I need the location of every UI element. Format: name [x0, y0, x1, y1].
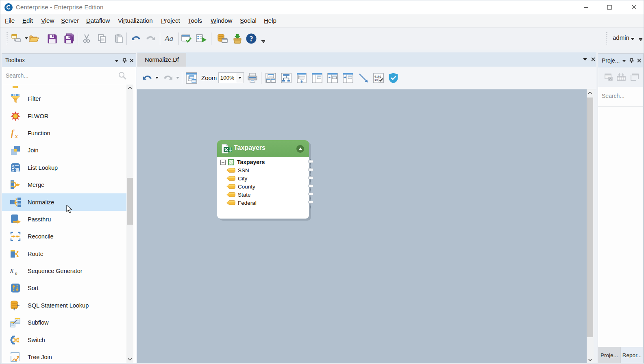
- tree-field-row[interactable]: Federal: [217, 199, 257, 207]
- toolbox-item-list-lookup[interactable]: List Lookup: [2, 159, 127, 176]
- taxpayers-node[interactable]: Taxpayers Taxpayers SSN City: [217, 140, 309, 219]
- toolbox-item-passthru[interactable]: Passthru: [2, 211, 127, 228]
- canvas-scrollbar-thumb[interactable]: [587, 98, 593, 337]
- menu-tools[interactable]: Tools: [188, 17, 202, 24]
- menu-help[interactable]: Help: [264, 17, 276, 24]
- tab-normalize-df[interactable]: Normalize.Df: [137, 53, 186, 67]
- close-project-button[interactable]: [604, 72, 614, 82]
- menu-view[interactable]: View: [41, 17, 54, 24]
- open-button[interactable]: [28, 33, 40, 44]
- toolbox-item-function[interactable]: f x Function: [2, 125, 127, 142]
- toolbox-scrollbar-thumb[interactable]: [127, 178, 133, 225]
- tree-field-row[interactable]: SSN: [217, 166, 249, 174]
- toolbox-scroll-down-icon[interactable]: [126, 356, 133, 363]
- toolbox-item-sequence-generator[interactable]: x n Sequence Generator: [2, 262, 127, 280]
- toolbox-scroll-up-icon[interactable]: [126, 84, 133, 91]
- preview-data-button[interactable]: 0101 10: [372, 72, 385, 84]
- zoom-value-field[interactable]: 100%: [218, 72, 236, 83]
- tab-list-caret-icon[interactable]: [582, 56, 588, 63]
- output-port[interactable]: [308, 201, 313, 204]
- dataflow-canvas[interactable]: Taxpayers Taxpayers SSN City: [137, 89, 587, 363]
- show-ports-button[interactable]: [311, 72, 324, 84]
- admin-toolbar-grip[interactable]: [606, 32, 608, 45]
- align-in-button[interactable]: [326, 72, 339, 84]
- node-collapse-button[interactable]: [296, 145, 304, 153]
- expand-collapse-button[interactable]: [295, 72, 308, 84]
- output-port[interactable]: [308, 160, 313, 163]
- toolbox-item-switch[interactable]: Switch: [2, 331, 127, 348]
- font-button[interactable]: Aa: [164, 33, 176, 44]
- tree-root-row[interactable]: Taxpayers: [217, 158, 265, 166]
- paste-button[interactable]: [113, 33, 125, 44]
- tree-field-row[interactable]: State: [217, 191, 251, 199]
- help-button[interactable]: ?: [245, 33, 257, 44]
- toolbox-scrollbar[interactable]: [126, 84, 133, 363]
- menu-window[interactable]: Window: [211, 17, 232, 24]
- redo-button[interactable]: [144, 33, 157, 44]
- copy-button[interactable]: [96, 33, 108, 44]
- menu-virtualization[interactable]: Virtualization: [118, 17, 153, 24]
- output-port[interactable]: [308, 193, 313, 195]
- new-window-button[interactable]: [630, 72, 640, 82]
- toolbox-item-merge[interactable]: Merge: [2, 176, 127, 193]
- toolbox-item-normalize[interactable]: Normalize: [2, 193, 127, 210]
- menu-file[interactable]: File: [5, 17, 15, 24]
- toolbox-item-tree-join[interactable]: Tree Join: [2, 349, 127, 363]
- tree-field-row[interactable]: County: [217, 182, 255, 191]
- menu-server[interactable]: Server: [61, 17, 79, 24]
- project-search-input[interactable]: [602, 93, 638, 99]
- toolbar-grip[interactable]: [6, 32, 8, 45]
- toolbox-item-route[interactable]: Route: [2, 245, 127, 262]
- bottom-tab-report[interactable]: Repor...: [621, 347, 643, 363]
- taxpayers-node-header[interactable]: Taxpayers: [217, 140, 309, 157]
- doc-redo-button[interactable]: [161, 72, 174, 84]
- validate-dataflow-button[interactable]: [180, 33, 192, 44]
- link-mode-button[interactable]: [357, 72, 370, 84]
- cut-button[interactable]: [80, 33, 93, 44]
- menu-dataflow[interactable]: Dataflow: [86, 17, 110, 24]
- minimize-button[interactable]: [577, 0, 596, 14]
- output-port[interactable]: [308, 176, 313, 179]
- admin-menu[interactable]: admin: [613, 34, 629, 41]
- toolbox-item-flwor[interactable]: FLWOR: [2, 107, 127, 124]
- doc-redo-caret[interactable]: [176, 77, 179, 79]
- doc-undo-caret[interactable]: [155, 77, 159, 79]
- save-button[interactable]: [46, 33, 58, 44]
- tree-field-row[interactable]: City: [217, 174, 247, 182]
- print-button[interactable]: [246, 72, 259, 84]
- start-dataflow-button[interactable]: [195, 33, 207, 44]
- new-dataflow-button[interactable]: [10, 33, 22, 44]
- menu-edit[interactable]: Edit: [22, 17, 33, 24]
- admin-dropdown-caret[interactable]: [631, 38, 635, 40]
- tree-layout-button[interactable]: [280, 72, 293, 84]
- output-port[interactable]: [308, 184, 313, 187]
- toolbox-pin-icon[interactable]: [121, 57, 128, 64]
- save-all-button[interactable]: [63, 33, 75, 44]
- zoom-dropdown-button[interactable]: [236, 72, 244, 83]
- output-port[interactable]: [308, 168, 313, 171]
- database-browser-button[interactable]: [216, 33, 228, 44]
- undo-button[interactable]: [130, 33, 142, 44]
- close-button[interactable]: [624, 0, 643, 14]
- toolbox-item-join[interactable]: Join: [2, 142, 127, 159]
- toolbox-item-reconcile[interactable]: Reconcile: [2, 228, 127, 245]
- toolbox-window-position-icon[interactable]: [113, 58, 120, 64]
- canvas-scroll-down-icon[interactable]: [587, 356, 594, 363]
- collapse-expander-icon[interactable]: [220, 160, 226, 165]
- maximize-button[interactable]: [600, 0, 619, 14]
- toolbox-search-input[interactable]: [6, 71, 107, 80]
- toolbox-item-subflow[interactable]: Subflow: [2, 314, 127, 331]
- bottom-tab-project[interactable]: Proje...: [598, 347, 621, 363]
- toolbar-overflow-button[interactable]: [261, 40, 265, 43]
- project-close-icon[interactable]: [636, 57, 642, 64]
- doc-undo-button[interactable]: [141, 72, 154, 84]
- tab-close-icon[interactable]: [590, 56, 596, 63]
- align-span-button[interactable]: [342, 72, 355, 84]
- project-window-position-icon[interactable]: [621, 58, 627, 64]
- deploy-button[interactable]: [231, 33, 244, 44]
- menu-project[interactable]: Project: [161, 17, 180, 24]
- toolbox-item-sort[interactable]: Sort: [2, 280, 127, 297]
- diagram-overview-button[interactable]: [185, 72, 198, 84]
- toolbox-item-sql-statement-lookup[interactable]: SQL Statement Lookup: [2, 297, 127, 314]
- menu-social[interactable]: Social: [240, 17, 257, 24]
